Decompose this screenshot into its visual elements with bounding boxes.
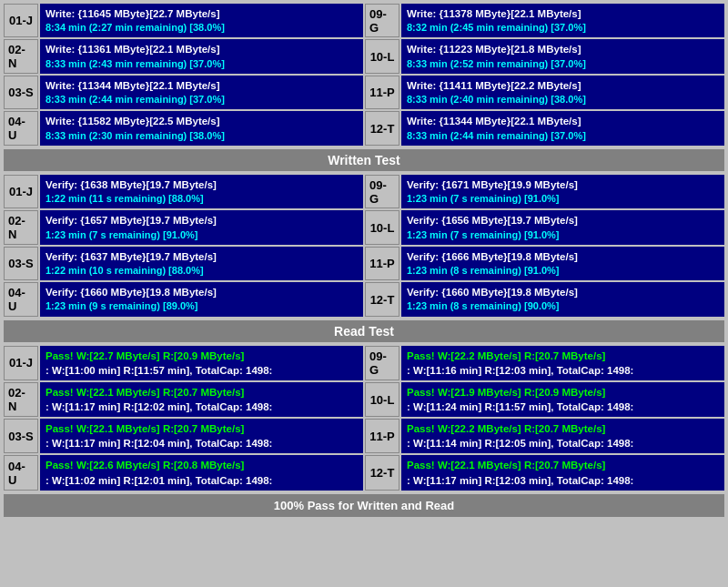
pass-section: 01-JPass! W:[22.7 MByte/s] R:[20.9 MByte… — [4, 346, 724, 517]
table-row: 02-NPass! W:[22.1 MByte/s] R:[20.7 MByte… — [4, 382, 724, 417]
drive-label-right: 09-G — [365, 4, 399, 37]
drive-cell-right: Write: {11378 MByte}[22.1 MByte/s]8:32 m… — [401, 4, 724, 37]
drive-label-left: 03-S — [4, 247, 38, 280]
pass-cell-left: Pass! W:[22.6 MByte/s] R:[20.8 MByte/s]:… — [40, 455, 363, 490]
table-row: 02-NWrite: {11361 MByte}[22.1 MByte/s]8:… — [4, 39, 724, 73]
table-row: 03-SWrite: {11344 MByte}[22.1 MByte/s]8:… — [4, 76, 724, 109]
pass-cell-right: Pass! W:[22.2 MByte/s] R:[20.7 MByte/s]:… — [401, 346, 724, 380]
table-row: 03-SPass! W:[22.1 MByte/s] R:[20.7 MByte… — [4, 419, 724, 453]
table-row: 04-UWrite: {11582 MByte}[22.5 MByte/s]8:… — [4, 111, 724, 145]
drive-cell-right: Verify: {1660 MByte}[19.8 MByte/s]1:23 m… — [401, 282, 724, 316]
table-row: 04-UPass! W:[22.6 MByte/s] R:[20.8 MByte… — [4, 455, 724, 490]
write-rows: 01-JWrite: {11645 MByte}[22.7 MByte/s]8:… — [4, 4, 724, 146]
pass-cell-right: Pass! W:[22.1 MByte/s] R:[20.7 MByte/s]:… — [401, 455, 724, 490]
table-row: 01-JVerify: {1638 MByte}[19.7 MByte/s]1:… — [4, 175, 724, 208]
drive-label-left: 02-N — [4, 39, 38, 73]
drive-label-left: 02-N — [4, 210, 38, 244]
verify-section: 01-JVerify: {1638 MByte}[19.7 MByte/s]1:… — [4, 175, 724, 342]
drive-cell-left: Write: {11645 MByte}[22.7 MByte/s]8:34 m… — [40, 4, 363, 37]
drive-cell-left: Write: {11344 MByte}[22.1 MByte/s]8:33 m… — [40, 76, 363, 109]
table-row: 03-SVerify: {1637 MByte}[19.7 MByte/s]1:… — [4, 247, 724, 280]
read-test-title: Read Test — [4, 320, 724, 342]
drive-cell-left: Verify: {1637 MByte}[19.7 MByte/s]1:22 m… — [40, 247, 363, 280]
pass-cell-right: Pass! W:[21.9 MByte/s] R:[20.9 MByte/s]:… — [401, 382, 724, 417]
write-section: 01-JWrite: {11645 MByte}[22.7 MByte/s]8:… — [4, 4, 724, 171]
drive-label-right: 10-L — [365, 210, 399, 244]
drive-label-right: 12-T — [365, 282, 399, 316]
drive-cell-right: Write: {11223 MByte}[21.8 MByte/s]8:33 m… — [401, 39, 724, 73]
footer-status: 100% Pass for Written and Read — [4, 494, 724, 517]
drive-label-left: 04-U — [4, 111, 38, 145]
drive-label-right: 09-G — [365, 175, 399, 208]
drive-label-left: 02-N — [4, 382, 38, 417]
drive-label-left: 01-J — [4, 4, 38, 37]
drive-cell-right: Write: {11411 MByte}[22.2 MByte/s]8:33 m… — [401, 76, 724, 109]
drive-label-left: 03-S — [4, 419, 38, 453]
drive-label-right: 09-G — [365, 346, 399, 380]
drive-label-right: 10-L — [365, 39, 399, 73]
drive-cell-right: Write: {11344 MByte}[22.1 MByte/s]8:33 m… — [401, 111, 724, 145]
table-row: 04-UVerify: {1660 MByte}[19.8 MByte/s]1:… — [4, 282, 724, 316]
pass-cell-left: Pass! W:[22.1 MByte/s] R:[20.7 MByte/s]:… — [40, 382, 363, 417]
main-container: 01-JWrite: {11645 MByte}[22.7 MByte/s]8:… — [0, 0, 728, 522]
drive-label-right: 11-P — [365, 76, 399, 109]
drive-label-right: 10-L — [365, 382, 399, 417]
pass-rows: 01-JPass! W:[22.7 MByte/s] R:[20.9 MByte… — [4, 346, 724, 491]
drive-cell-left: Verify: {1660 MByte}[19.8 MByte/s]1:23 m… — [40, 282, 363, 316]
drive-label-right: 12-T — [365, 455, 399, 490]
pass-cell-right: Pass! W:[22.2 MByte/s] R:[20.7 MByte/s]:… — [401, 419, 724, 453]
drive-label-left: 01-J — [4, 346, 38, 380]
drive-label-left: 01-J — [4, 175, 38, 208]
drive-cell-right: Verify: {1671 MByte}[19.9 MByte/s]1:23 m… — [401, 175, 724, 208]
drive-label-left: 04-U — [4, 282, 38, 316]
written-test-title: Written Test — [4, 149, 724, 171]
drive-label-right: 11-P — [365, 419, 399, 453]
table-row: 02-NVerify: {1657 MByte}[19.7 MByte/s]1:… — [4, 210, 724, 244]
drive-cell-left: Verify: {1638 MByte}[19.7 MByte/s]1:22 m… — [40, 175, 363, 208]
pass-cell-left: Pass! W:[22.7 MByte/s] R:[20.9 MByte/s]:… — [40, 346, 363, 380]
drive-cell-left: Write: {11582 MByte}[22.5 MByte/s]8:33 m… — [40, 111, 363, 145]
drive-label-left: 03-S — [4, 76, 38, 109]
drive-cell-left: Write: {11361 MByte}[22.1 MByte/s]8:33 m… — [40, 39, 363, 73]
drive-cell-right: Verify: {1656 MByte}[19.7 MByte/s]1:23 m… — [401, 210, 724, 244]
drive-label-right: 12-T — [365, 111, 399, 145]
drive-cell-right: Verify: {1666 MByte}[19.8 MByte/s]1:23 m… — [401, 247, 724, 280]
pass-cell-left: Pass! W:[22.1 MByte/s] R:[20.7 MByte/s]:… — [40, 419, 363, 453]
drive-label-right: 11-P — [365, 247, 399, 280]
table-row: 01-JPass! W:[22.7 MByte/s] R:[20.9 MByte… — [4, 346, 724, 380]
table-row: 01-JWrite: {11645 MByte}[22.7 MByte/s]8:… — [4, 4, 724, 37]
drive-label-left: 04-U — [4, 455, 38, 490]
drive-cell-left: Verify: {1657 MByte}[19.7 MByte/s]1:23 m… — [40, 210, 363, 244]
verify-rows: 01-JVerify: {1638 MByte}[19.7 MByte/s]1:… — [4, 175, 724, 317]
